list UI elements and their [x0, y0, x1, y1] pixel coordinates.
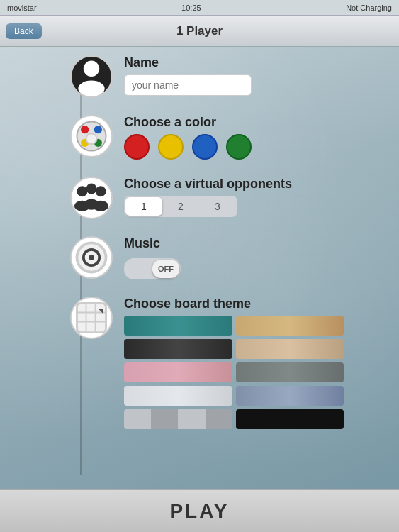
- music-toggle[interactable]: OFF: [124, 258, 181, 279]
- board-section: Choose board theme: [0, 288, 399, 438]
- segment-3[interactable]: 3: [199, 197, 236, 216]
- music-content: Music OFF: [124, 236, 388, 279]
- svg-point-4: [94, 126, 102, 133]
- name-content: Name: [124, 55, 388, 96]
- name-icon-circle: [70, 55, 113, 98]
- color-section: Choose a color: [0, 106, 399, 168]
- board-icon-circle: [70, 297, 113, 339]
- name-label: Name: [124, 55, 388, 70]
- time-text: 10:25: [181, 4, 201, 12]
- battery-text: Not Charging: [346, 4, 392, 12]
- segment-1[interactable]: 1: [125, 197, 162, 216]
- svg-point-7: [86, 133, 97, 144]
- palette-icon: [72, 116, 111, 156]
- theme-grid: [124, 316, 344, 429]
- color-dot-blue[interactable]: [192, 134, 218, 160]
- theme-stripe[interactable]: [124, 409, 232, 429]
- back-button[interactable]: Back: [6, 23, 42, 39]
- theme-teal[interactable]: [124, 316, 232, 336]
- nav-bar: Back 1 Player: [0, 16, 399, 47]
- theme-dark[interactable]: [124, 339, 232, 359]
- color-label: Choose a color: [124, 115, 388, 130]
- theme-wood[interactable]: [236, 316, 344, 336]
- color-dot-yellow[interactable]: [158, 134, 184, 160]
- main-content: Name Choose a color: [0, 47, 399, 489]
- music-icon-circle: [70, 236, 113, 279]
- toggle-state: OFF: [158, 265, 174, 273]
- nav-title: 1 Player: [176, 24, 223, 38]
- music-section: Music OFF: [0, 228, 399, 288]
- svg-point-13: [84, 199, 99, 210]
- theme-blue-swirl[interactable]: [236, 386, 344, 406]
- theme-tan[interactable]: [236, 339, 344, 359]
- svg-point-0: [84, 61, 99, 77]
- opponents-label: Choose a virtual opponents: [124, 177, 388, 192]
- color-content: Choose a color: [124, 115, 388, 160]
- carrier-text: movistar: [7, 4, 37, 12]
- name-section: Name: [0, 47, 399, 106]
- board-icon: [72, 298, 111, 338]
- play-bar[interactable]: PLAY: [0, 489, 399, 532]
- group-icon: [72, 178, 111, 218]
- play-button[interactable]: PLAY: [169, 500, 229, 523]
- color-dots: [124, 134, 388, 160]
- opponents-icon-circle: [70, 177, 113, 219]
- theme-black[interactable]: [236, 409, 344, 429]
- theme-pink[interactable]: [124, 362, 232, 382]
- board-content: Choose board theme: [124, 297, 388, 429]
- music-icon: [72, 238, 111, 277]
- svg-point-12: [86, 183, 97, 194]
- color-dot-red[interactable]: [124, 134, 150, 160]
- svg-point-8: [77, 186, 87, 196]
- color-dot-green[interactable]: [226, 134, 252, 160]
- name-input[interactable]: [124, 74, 252, 96]
- status-bar: movistar 10:25 Not Charging: [0, 0, 399, 16]
- music-label: Music: [124, 236, 388, 251]
- svg-point-10: [96, 186, 106, 196]
- person-icon: [72, 57, 111, 96]
- opponents-content: Choose a virtual opponents 1 2 3: [124, 177, 388, 217]
- theme-light[interactable]: [124, 386, 232, 406]
- board-label: Choose board theme: [124, 297, 388, 311]
- theme-stone[interactable]: [236, 362, 344, 382]
- color-icon-circle: [70, 115, 113, 157]
- svg-rect-17: [77, 303, 106, 332]
- segment-2[interactable]: 2: [162, 197, 199, 216]
- svg-point-3: [81, 126, 89, 133]
- svg-point-16: [89, 255, 94, 260]
- segmented-control[interactable]: 1 2 3: [124, 196, 237, 217]
- opponents-section: Choose a virtual opponents 1 2 3: [0, 168, 399, 228]
- toggle-thumb: OFF: [152, 260, 179, 278]
- svg-point-1: [78, 81, 104, 96]
